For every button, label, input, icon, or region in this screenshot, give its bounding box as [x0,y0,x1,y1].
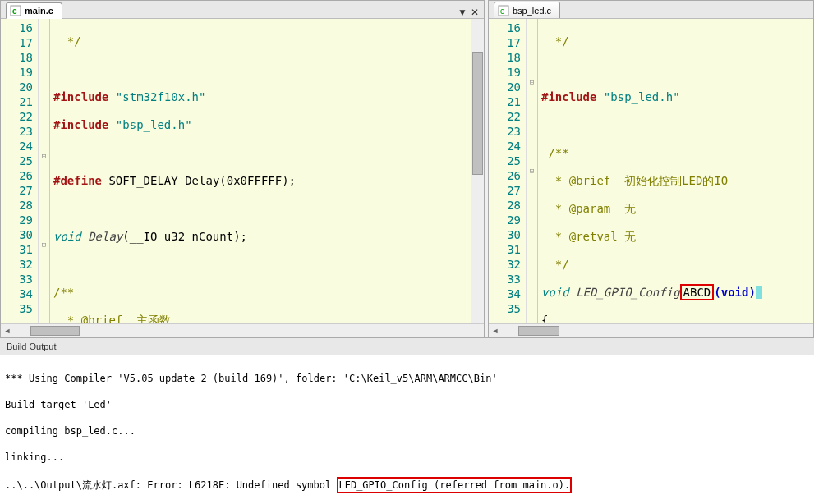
tab-label: bsp_led.c [513,6,551,16]
editor-pane-main: c main.c ▼ ✕ 161718192021222324252627282… [0,0,485,337]
output-error-line: ..\..\Output\流水灯.axf: Error: L6218E: Und… [5,477,809,493]
horizontal-scrollbar[interactable]: ◄ [489,323,813,337]
code-editor-bsp[interactable]: 1617181920212223242526272829303132333435… [489,19,813,323]
code-editor-main[interactable]: 1617181920212223242526272829303132333435… [1,19,484,323]
fold-column[interactable]: ⊟⊟ [39,19,50,323]
output-line: *** Using Compiler 'V5.05 update 2 (buil… [5,372,809,385]
horizontal-scrollbar[interactable]: ◄ [1,323,484,337]
tab-bsp-led-c[interactable]: c bsp_led.c [494,2,560,18]
code-area[interactable]: */ #include "bsp_led.h" /** * @brief 初始化… [538,19,813,323]
c-file-icon: c [498,5,509,16]
editor-pane-bsp: c bsp_led.c 1617181920212223242526272829… [488,0,814,337]
tab-close-icon[interactable]: ✕ [471,7,479,18]
output-line: compiling bsp_led.c... [5,424,809,438]
c-file-icon: c [10,5,21,16]
tab-bar-left: c main.c ▼ ✕ [1,1,484,19]
output-line: Build target 'Led' [5,398,809,411]
svg-text:c: c [500,7,504,16]
tab-label: main.c [25,6,53,16]
svg-text:c: c [12,7,17,16]
line-gutter: 1617181920212223242526272829303132333435 [1,19,39,323]
highlighted-error: LED_GPIO_Config (referred from main.o). [337,477,572,493]
line-gutter: 1617181920212223242526272829303132333435 [489,19,527,323]
tab-dropdown-icon[interactable]: ▼ [458,7,467,18]
tab-bar-right: c bsp_led.c [489,1,813,19]
vertical-scrollbar[interactable] [471,19,484,323]
code-area[interactable]: */ #include "stm32f10x.h" #include "bsp_… [50,19,484,323]
build-output-title: Build Output [0,338,814,355]
fold-column[interactable]: ⊟⊟ [527,19,538,323]
build-output-panel[interactable]: *** Using Compiler 'V5.05 update 2 (buil… [0,355,814,504]
highlighted-abcd: ABCD [680,284,715,300]
tab-main-c[interactable]: c main.c [6,2,62,19]
output-line: linking... [5,451,809,464]
